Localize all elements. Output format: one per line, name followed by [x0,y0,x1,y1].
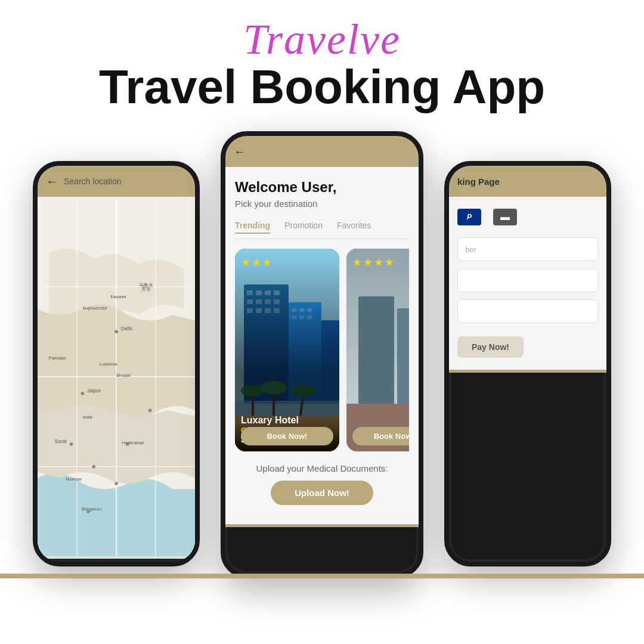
right-bottom-bar [449,370,606,373]
card-number-field[interactable]: ber [457,237,598,261]
hotel-card-1: ★ ★ ★ Luxary Hotel Caroline $100./ day B… [235,249,339,451]
second-star-3: ★ [374,256,383,269]
svg-text:Mumbai: Mumbai [66,476,82,482]
svg-text:Кыргызстан: Кыргызстан [82,305,107,311]
tab-promotion[interactable]: Promotion [284,221,323,234]
phone-center: ← Welcome User, Pick your destination Tr… [221,131,423,578]
center-screen: Welcome User, Pick your destination Tren… [225,167,419,524]
brand-script: Travelve [0,18,644,61]
header: Travelve Travel Booking App [0,0,644,113]
center-bottom-bar [225,524,419,527]
svg-text:Jaipur: Jaipur [87,388,101,394]
svg-text:Bhopal: Bhopal [116,373,131,378]
upload-now-button[interactable]: Upload Now! [271,481,373,505]
svg-text:Surat: Surat [54,438,67,444]
booking-page-title: king Page [457,177,500,187]
credit-card-icon[interactable]: ▬ [493,209,517,225]
svg-text:Bengaluru: Bengaluru [82,506,102,512]
svg-point-13 [114,482,118,485]
hotel-book-btn[interactable]: Book Now! [241,427,333,445]
svg-rect-62 [358,296,394,404]
left-search-text[interactable]: Search location [64,177,187,186]
tabs-bar: Trending Promotion Favorites [235,221,409,239]
pay-now-button[interactable]: Pay Now! [457,336,524,358]
card-field-2[interactable] [457,268,598,292]
left-back-arrow[interactable]: ← [46,175,58,188]
svg-text:Hyderabad: Hyderabad [122,440,144,445]
phones-container: ← Search location [0,125,644,578]
tab-trending[interactable]: Trending [235,221,270,234]
star-1: ★ [241,256,250,269]
second-hotel-book-btn[interactable]: Book Now [352,427,409,445]
svg-rect-63 [397,308,409,404]
paypal-label: P [467,213,472,221]
brand-title: Travel Booking App [0,61,644,113]
welcome-text: Welcome User, [235,179,409,196]
svg-point-9 [81,392,85,395]
phone-right: king Page P ▬ ber Pay Now [444,161,611,566]
svg-text:Lucknow: Lucknow [100,361,117,367]
svg-point-10 [70,442,73,446]
card-field-3[interactable] [457,299,598,323]
tab-favorites[interactable]: Favorites [337,221,371,234]
left-search-bar: ← Search location [38,166,195,197]
card-number-placeholder: ber [465,245,476,254]
svg-point-8 [114,330,118,333]
hotel-cards: ★ ★ ★ Luxary Hotel Caroline $100./ day B… [235,249,409,451]
right-header-bar: king Page [449,166,606,197]
second-star-2: ★ [363,256,373,269]
svg-point-11 [92,465,95,469]
second-star-half: ★ [385,256,394,269]
svg-text:Бишкек: Бишкек [111,294,127,299]
hotel-card-2: ★ ★ ★ ★ Book Now [346,249,409,451]
svg-point-15 [148,408,152,412]
center-header-bar: ← [225,136,419,167]
svg-text:Pakistan: Pakistan [49,355,66,361]
hotel-card-2-image [346,249,409,451]
star-2: ★ [252,256,261,269]
svg-text:India: India [82,414,92,420]
second-star-1: ★ [352,256,362,269]
bottom-tan-bar [0,574,644,578]
upload-label: Upload your Medical Documents: [235,463,409,473]
map-svg: Delhi Jaipur Surat Mumbai Bengaluru Paki… [38,197,195,556]
svg-text:齐市: 齐市 [141,287,151,292]
pick-dest-text: Pick your destination [235,199,409,209]
map-area: Delhi Jaipur Surat Mumbai Bengaluru Paki… [38,197,195,559]
center-back-arrow[interactable]: ← [234,145,246,159]
star-3: ★ [262,256,272,269]
booking-screen: P ▬ ber Pay Now! [449,197,606,370]
upload-section: Upload your Medical Documents: Upload No… [235,463,409,515]
second-hotel-stars: ★ ★ ★ ★ [352,256,394,269]
hotel-stars: ★ ★ ★ [241,256,272,269]
card-symbol: ▬ [500,212,510,222]
payment-icons: P ▬ [457,209,598,225]
paypal-icon[interactable]: P [457,209,481,225]
hotel-name: Luxary Hotel [241,415,333,426]
phone-left: ← Search location [33,161,200,566]
svg-text:Delhi: Delhi [121,326,132,332]
